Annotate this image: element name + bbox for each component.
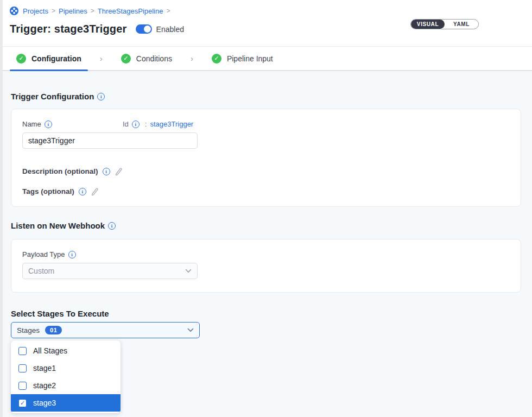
id-row: Id i : stage3Trigger — [123, 120, 193, 128]
page-title: Trigger: stage3Trigger — [10, 23, 127, 35]
option-stage1[interactable]: ✓ stage1 — [11, 359, 121, 377]
edit-pencil-icon[interactable] — [115, 167, 123, 175]
heading-text: Listen on New Webhook — [11, 221, 105, 230]
edit-pencil-icon[interactable] — [91, 187, 99, 195]
tab-label: Configuration — [31, 54, 81, 63]
breadcrumb-separator: > — [52, 7, 55, 15]
tags-label: Tags (optional) — [22, 187, 74, 195]
option-label: stage3 — [33, 399, 56, 407]
tab-label: Pipeline Input — [227, 54, 273, 63]
info-icon[interactable]: i — [97, 93, 105, 100]
toggle-knob — [144, 26, 151, 33]
breadcrumb-separator: > — [91, 7, 94, 15]
visual-tab[interactable]: VISUAL — [411, 20, 445, 29]
breadcrumb-projects[interactable]: Projects — [23, 7, 48, 15]
tab-pipeline-input[interactable]: ✓ Pipeline Input — [205, 47, 280, 70]
info-icon[interactable]: i — [45, 121, 52, 128]
stages-field-label: Stages — [17, 326, 40, 334]
payload-type-value: Custom — [28, 267, 54, 275]
name-input[interactable] — [22, 132, 198, 149]
option-stage2[interactable]: ✓ stage2 — [11, 377, 121, 394]
id-value[interactable]: stage3Trigger — [150, 120, 193, 128]
label-text: Payload Type — [22, 250, 65, 258]
visual-yaml-toggle: VISUAL YAML — [410, 19, 479, 29]
heading-text: Trigger Configuration — [11, 92, 94, 101]
trigger-configuration-heading: Trigger Configuration i — [11, 71, 521, 101]
option-all-stages[interactable]: ✓ All Stages — [11, 342, 121, 359]
trigger-configuration-card: Name i Id i : stage3Trigger Description … — [11, 109, 521, 207]
stages-multiselect[interactable]: Stages 01 — [11, 322, 200, 338]
checkbox-icon[interactable]: ✓ — [18, 347, 27, 355]
webhook-heading: Listen on New Webhook i — [11, 207, 521, 230]
description-row: Description (optional) i — [22, 167, 510, 175]
tags-row: Tags (optional) i — [22, 187, 510, 195]
check-circle-icon: ✓ — [121, 54, 131, 64]
option-label: All Stages — [33, 346, 67, 355]
name-label: Name i — [22, 120, 123, 128]
breadcrumb-pipeline-name[interactable]: ThreeStagesPipeline — [98, 7, 163, 15]
tab-configuration[interactable]: ✓ Configuration — [10, 47, 88, 70]
enabled-toggle[interactable] — [136, 24, 152, 34]
info-icon[interactable]: i — [132, 121, 140, 128]
stages-dropdown-menu: ✓ All Stages ✓ stage1 ✓ stage2 ✓ stage3 — [11, 340, 121, 413]
breadcrumb-separator: > — [166, 7, 170, 15]
enabled-toggle-label: Enabled — [156, 25, 184, 34]
info-icon[interactable]: i — [108, 222, 116, 230]
page-edge-strip — [0, 0, 3, 417]
check-circle-icon: ✓ — [16, 54, 26, 64]
chevron-down-icon — [185, 269, 192, 273]
page-header: Projects > Pipelines > ThreeStagesPipeli… — [0, 0, 532, 47]
stages-count-badge: 01 — [45, 326, 62, 334]
breadcrumb-pipelines[interactable]: Pipelines — [59, 7, 87, 15]
yaml-tab[interactable]: YAML — [445, 20, 478, 29]
payload-type-label: Payload Type i — [22, 250, 510, 258]
label-text: Name — [22, 120, 41, 128]
option-label: stage2 — [33, 381, 56, 390]
tab-label: Conditions — [136, 54, 172, 63]
tab-conditions[interactable]: ✓ Conditions — [115, 47, 179, 70]
chevron-down-icon — [187, 328, 194, 332]
payload-type-select[interactable]: Custom — [22, 263, 198, 279]
id-label: Id — [123, 120, 129, 128]
description-label: Description (optional) — [22, 167, 98, 175]
breadcrumb: Projects > Pipelines > ThreeStagesPipeli… — [10, 7, 521, 15]
info-icon[interactable]: i — [79, 188, 86, 195]
heading-text: Select Stages To Execute — [11, 309, 109, 318]
webhook-card: Payload Type i Custom — [11, 239, 521, 293]
checkbox-icon[interactable]: ✓ — [18, 399, 27, 407]
projects-icon — [10, 7, 18, 15]
option-stage3[interactable]: ✓ stage3 — [11, 394, 121, 412]
checkbox-icon[interactable]: ✓ — [18, 364, 27, 372]
option-label: stage1 — [33, 364, 56, 372]
main-content: Trigger Configuration i Name i Id i : st… — [0, 71, 532, 417]
checkbox-icon[interactable]: ✓ — [18, 382, 27, 390]
chevron-right-icon: › — [191, 54, 193, 63]
trigger-page: Projects > Pipelines > ThreeStagesPipeli… — [0, 0, 532, 417]
chevron-right-icon: › — [100, 54, 103, 63]
id-colon: : — [145, 120, 147, 128]
wizard-tabbar: ✓ Configuration › ✓ Conditions › ✓ Pipel… — [0, 47, 532, 71]
info-icon[interactable]: i — [68, 251, 76, 258]
select-stages-heading: Select Stages To Execute — [11, 293, 521, 318]
info-icon[interactable]: i — [103, 168, 110, 175]
check-circle-icon: ✓ — [212, 54, 221, 64]
